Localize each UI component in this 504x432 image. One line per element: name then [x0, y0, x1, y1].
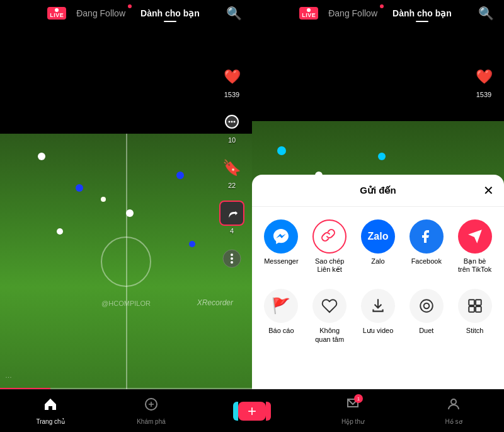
modal-header: Gửi đến ✕: [252, 175, 504, 207]
video-left[interactable]: @HCOMPILOR XRecorder … ❤️ 1539: [0, 26, 252, 389]
tab-for-you-left[interactable]: Dành cho bạn: [135, 6, 205, 21]
svg-point-2: [231, 121, 233, 123]
nav-profile[interactable]: Hồ sơ: [403, 397, 504, 425]
share-copy-link[interactable]: Sao chépLiên kết: [306, 217, 354, 276]
nav-home[interactable]: Trang chủ: [0, 397, 101, 425]
comment-count-left: 10: [228, 136, 236, 144]
add-icon: +: [248, 404, 256, 419]
like-button-right[interactable]: ❤️ 1539: [471, 64, 496, 98]
svg-point-9: [451, 399, 456, 404]
watermark-left: @HCOMPILOR: [101, 300, 151, 307]
share-not-interested[interactable]: Khôngquan tâm: [306, 286, 354, 346]
profile-label: Hồ sơ: [445, 418, 462, 425]
share-report[interactable]: 🚩 Báo cáo: [257, 286, 306, 346]
svg-rect-12: [469, 300, 474, 306]
add-button[interactable]: +: [238, 402, 266, 421]
more-button-left[interactable]: [219, 246, 244, 271]
share-modal: Gửi đến ✕ Messenger Sao chépLiên kết: [252, 175, 504, 389]
stitch-label: Stitch: [466, 327, 484, 335]
bookmark-count-left: 22: [228, 182, 236, 189]
inbox-badge: 1: [354, 394, 363, 403]
share-icon-left: [219, 201, 244, 226]
player-r1: [277, 146, 286, 155]
heart-icon-right: ❤️: [471, 64, 496, 90]
left-video-action-icons: ❤️ 1539 10 🔖 22: [219, 64, 244, 271]
save-video-label: Lưu video: [363, 327, 394, 335]
svg-point-7: [231, 261, 233, 264]
tab-for-you-right[interactable]: Dành cho bạn: [387, 6, 457, 21]
save-video-icon: [361, 289, 395, 323]
facebook-icon: [410, 219, 444, 254]
black-area-top-right: [252, 26, 504, 121]
player-1: [38, 153, 45, 160]
heart-icon-left: ❤️: [219, 64, 244, 90]
comment-button-left[interactable]: 10: [219, 110, 244, 144]
tab-following-left[interactable]: Đang Follow: [71, 6, 130, 21]
player-3: [126, 209, 134, 217]
svg-point-1: [229, 121, 231, 123]
svg-point-6: [231, 257, 233, 260]
facebook-label: Facebook: [411, 257, 442, 266]
share-stitch[interactable]: Stitch: [450, 286, 499, 346]
player-r3: [378, 153, 386, 160]
zalo-icon: Zalo: [361, 219, 395, 254]
comment-icon-left: [219, 110, 244, 135]
ball-left: [101, 197, 106, 202]
top-navigation: LIVE Đang Follow Dành cho bạn 🔍 LIVE Đan…: [0, 0, 504, 26]
inbox-icon: 1: [345, 397, 360, 416]
player-4: [176, 172, 184, 179]
nav-add[interactable]: +: [202, 402, 302, 421]
black-area-top-left: [0, 26, 252, 134]
live-badge-right: LIVE: [299, 7, 318, 20]
live-badge-left: LIVE: [47, 7, 66, 20]
bookmark-button-left[interactable]: 🔖 22: [219, 155, 244, 189]
tab-following-right[interactable]: Đang Follow: [323, 6, 382, 21]
copy-link-icon: [312, 219, 346, 254]
like-count-right: 1539: [476, 91, 491, 98]
xrecorder-watermark: XRecorder: [197, 298, 233, 307]
notification-dot: [128, 4, 132, 8]
share-messenger[interactable]: Messenger: [257, 217, 306, 276]
nav-right-half: LIVE Đang Follow Dành cho bạn 🔍: [252, 6, 504, 21]
share-button-left[interactable]: 4: [219, 201, 244, 235]
modal-title: Gửi đến: [360, 185, 396, 196]
modal-close-button[interactable]: ✕: [483, 184, 494, 197]
report-label: Báo cáo: [268, 327, 294, 335]
svg-point-3: [234, 121, 236, 123]
explore-label: Khám phá: [137, 418, 166, 425]
profile-icon: [446, 397, 461, 416]
player-5: [57, 228, 63, 235]
nav-inbox[interactable]: 1 Hộp thư: [302, 397, 403, 425]
copy-link-label: Sao chépLiên kết: [315, 257, 344, 274]
home-icon: [43, 397, 58, 416]
share-row-2: 🚩 Báo cáo Khôngquan tâm Lưu video: [252, 276, 504, 346]
share-row-1: Messenger Sao chépLiên kết Zalo Zalo: [252, 207, 504, 276]
svg-point-10: [420, 300, 433, 313]
like-count-left: 1539: [224, 91, 239, 98]
share-zalo[interactable]: Zalo Zalo: [354, 217, 403, 276]
share-friends-tiktok[interactable]: Bạn bètrên TikTok: [450, 217, 499, 276]
search-icon-left[interactable]: 🔍: [226, 6, 242, 21]
nav-explore[interactable]: Khám phá: [101, 397, 202, 425]
share-facebook[interactable]: Facebook: [402, 217, 450, 276]
right-video-action-icons: ❤️ 1539: [471, 64, 496, 98]
share-save-video[interactable]: Lưu video: [354, 286, 403, 346]
friends-icon: [458, 219, 492, 254]
video-caption-left: …: [5, 371, 214, 379]
svg-point-11: [423, 303, 429, 309]
duet-icon: [410, 289, 444, 323]
messenger-icon: [264, 219, 298, 254]
like-button-left[interactable]: ❤️ 1539: [219, 64, 244, 98]
not-interested-label: Khôngquan tâm: [315, 327, 344, 343]
nav-left-half: LIVE Đang Follow Dành cho bạn 🔍: [0, 6, 252, 21]
zalo-label: Zalo: [371, 257, 384, 266]
stitch-icon: [458, 289, 492, 323]
share-duet[interactable]: Duet: [402, 286, 450, 346]
search-icon-right[interactable]: 🔍: [478, 6, 494, 21]
svg-rect-15: [476, 306, 481, 312]
field-left: [0, 134, 252, 389]
player-6: [189, 241, 195, 247]
report-icon: 🚩: [264, 289, 298, 323]
more-icon-left: [219, 246, 244, 271]
explore-icon: [144, 397, 159, 416]
